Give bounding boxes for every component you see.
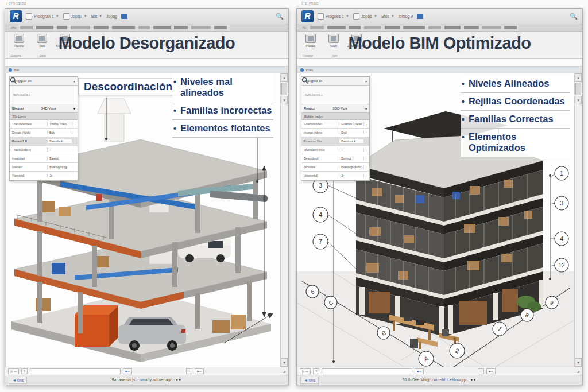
bullet-icon: • — [462, 133, 465, 142]
view-tab-strip[interactable]: Vilas — [297, 67, 582, 73]
ribbon-tabs[interactable]: che — [5, 24, 288, 32]
project-selector[interactable]: Proogran 1▼ — [26, 13, 59, 20]
chevron-down-icon: ▼ — [56, 14, 59, 18]
panel-section-row[interactable]: Rla Lomé — [10, 113, 78, 120]
bullet-icon: • — [462, 79, 465, 88]
viewport-3d[interactable]: Pengguel on▾ Bort,laced 1 Eleguat34D Vou… — [5, 73, 288, 367]
quick-access-toolbar[interactable]: R Pragoes 1▼ Jopqo▼ Stos▼ Iomog 9 🔍 — [297, 9, 582, 24]
list-item: •Niveles mal alineados — [172, 73, 273, 102]
view-tab-strip[interactable]: Bar — [5, 67, 288, 73]
view-control-bar[interactable]: }≡ — 3 ■— □ ■— ◢ — [297, 367, 582, 375]
chevron-down-icon: ▼ — [374, 14, 377, 18]
ribbon-group-label: Ilvin — [332, 54, 338, 57]
checkbox-icon — [318, 13, 324, 20]
scroll-down-icon[interactable]: ▼ — [575, 358, 582, 367]
chevron-down-icon[interactable]: ▾ — [365, 79, 367, 83]
property-row[interactable]: Dresas (Vdsb)Bok· — [10, 129, 78, 137]
scroll-down-icon[interactable]: ▼ — [281, 358, 288, 367]
property-row[interactable]: Thanda/wrldestThoms 'Yden· — [10, 120, 78, 129]
quick-access-toolbar[interactable]: R Proogran 1▼ Jopqu▼ Bat▼ Jopqg 🔍 — [5, 9, 288, 24]
scroll-thumb[interactable] — [281, 83, 287, 95]
chevron-down-icon[interactable]: ▾ — [365, 107, 367, 111]
issue-list: •Niveles mal alineados •Familias incrore… — [172, 73, 273, 138]
scroll-up-icon[interactable]: ▲ — [575, 73, 582, 82]
viewport-3d[interactable]: Proegrec os▾ Sort,Javed 1 Respot3GD Vois… — [297, 73, 582, 367]
view-icon — [300, 68, 304, 72]
property-row[interactable]: InwatsbejlBawnd· — [10, 154, 78, 163]
grid-bubble: 7 — [319, 238, 322, 245]
toolbar-blue-icon[interactable] — [121, 14, 127, 19]
view-control-bar[interactable]: }≡ — 3 ■— □ ■— ◢ — [5, 367, 288, 375]
chevron-down-icon[interactable]: ▾ — [74, 107, 75, 111]
scroll-thumb[interactable] — [575, 83, 581, 95]
panel-section-row[interactable]: Bdfdlg -tgdev — [301, 113, 369, 120]
resize-grip-icon[interactable]: ◢ — [283, 369, 285, 373]
toolbar-item[interactable]: Bat▼ — [91, 14, 102, 18]
window-modelo-bim-optimizado: R Pragoes 1▼ Jopqo▼ Stos▼ Iomog 9 🔍 rle … — [296, 8, 583, 385]
grid-bubble: 3 — [319, 182, 322, 189]
list-item: •Familias incrorectas — [172, 102, 273, 120]
search-input[interactable]: Bort,laced 1 — [10, 86, 78, 104]
property-row[interactable]: Thads/Liktdeet—· — [10, 146, 78, 154]
resize-grip-icon[interactable]: ◢ — [577, 369, 579, 373]
ribbon-group-label: Dont — [40, 54, 46, 57]
chevron-down-icon[interactable]: ▾ — [74, 79, 75, 83]
toolbar-item[interactable]: Jopqo▼ — [353, 13, 377, 20]
chevron-down-icon: ▼ — [84, 14, 87, 18]
bullet-icon: • — [462, 97, 465, 106]
property-row[interactable]: Ptbantm-c0bnDamd-ns 4· — [301, 137, 369, 146]
toolbar-item[interactable]: Jopqu▼ — [63, 13, 87, 20]
ribbon-group-label: Filaemo — [303, 54, 313, 57]
magnifier-icon — [301, 77, 309, 84]
search-input[interactable]: Sort,Javed 1 — [301, 86, 369, 104]
vertical-scrollbar[interactable]: ▲ ▼ ▼ — [574, 73, 582, 367]
options-bar — [297, 59, 582, 67]
toolbar-item[interactable]: Stos▼ — [381, 14, 394, 18]
panel-subheader: Respot — [304, 107, 315, 110]
scroll-down-icon[interactable]: ▼ — [281, 96, 288, 104]
property-row[interactable]: TsondwaBdatdogs(dvntd)· — [301, 163, 369, 172]
property-row[interactable]: Pemesd? RDasndiv 4· — [10, 137, 78, 146]
grid-bubble: 4 — [560, 235, 563, 242]
toolbar-blue-icon[interactable] — [417, 14, 423, 19]
grid-bubble: 4 — [319, 211, 322, 218]
toolbar-item[interactable]: Iomog 9 — [399, 14, 413, 18]
status-bar: Sananemo jst comady adroenagc · ▾▼ ◄ 0ns — [5, 375, 288, 385]
search-icon[interactable]: 🔍 — [276, 13, 284, 20]
property-row[interactable]: GbartonsodenGuamos 1 04twi· — [301, 120, 369, 129]
elevation-grid-right: 1 3 4 12 — [549, 166, 568, 280]
property-row[interactable]: Utbomnbd)Jr· — [301, 172, 369, 180]
property-row[interactable]: IntedacrButeta(jnn ng· — [10, 163, 78, 172]
list-item: •Familias Correctas — [461, 111, 570, 129]
ribbon-panel: Paestie Toot Kide Exdeter Diaperq Dont M… — [5, 32, 288, 59]
page-title: Modelo Desorganizado — [5, 34, 288, 53]
property-row[interactable]: DeasodgsdBunvnd· — [301, 154, 369, 163]
revit-logo-icon[interactable]: R — [10, 10, 22, 22]
ribbon-panel: Plastot Noot Zlddy Iasoert Filaemo Ilvin… — [297, 32, 582, 59]
toolbar-item[interactable]: Jopqg — [106, 14, 117, 18]
desktop-note-left: Forndated — [6, 1, 26, 5]
project-selector[interactable]: Pragoes 1▼ — [318, 13, 349, 20]
window-modelo-desorganizado: R Proogran 1▼ Jopqu▼ Bat▼ Jopqg 🔍 che Pa… — [5, 8, 289, 385]
grid-bubble: 1 — [560, 170, 563, 177]
property-row[interactable]: Tdantdann-vnea–· — [301, 146, 369, 154]
list-item: •Elementos flotantes — [172, 120, 273, 138]
view-icon — [9, 68, 12, 72]
scroll-up-icon[interactable]: ▲ — [281, 73, 288, 82]
feature-list: •Niveles Alineados •Rejillas Coordenadas… — [461, 75, 570, 157]
revit-logo-icon[interactable]: R — [301, 10, 314, 22]
ribbon-tabs[interactable]: rle — [297, 24, 582, 32]
ribbon-group-label: Diaperq — [11, 54, 21, 57]
scroll-down-icon[interactable]: ▼ — [575, 96, 582, 104]
bullet-icon: • — [173, 77, 176, 87]
search-icon[interactable]: 🔍 — [570, 13, 578, 20]
callout-descoordinacion: Descoordinación — [78, 78, 178, 95]
bullet-icon: • — [173, 106, 176, 115]
property-row[interactable]: Inswga (sdeneDed· — [301, 129, 369, 137]
properties-panel: Proegrec os▾ Sort,Javed 1 Respot3GD Vois… — [301, 76, 370, 181]
property-row[interactable]: YlamrdrdjJs· — [10, 172, 78, 180]
chevron-down-icon: ▼ — [391, 14, 394, 18]
vertical-scrollbar[interactable]: ▲ ▼ ▼ — [280, 73, 288, 367]
bullet-icon: • — [462, 115, 465, 124]
chevron-down-icon: ▼ — [346, 14, 349, 18]
